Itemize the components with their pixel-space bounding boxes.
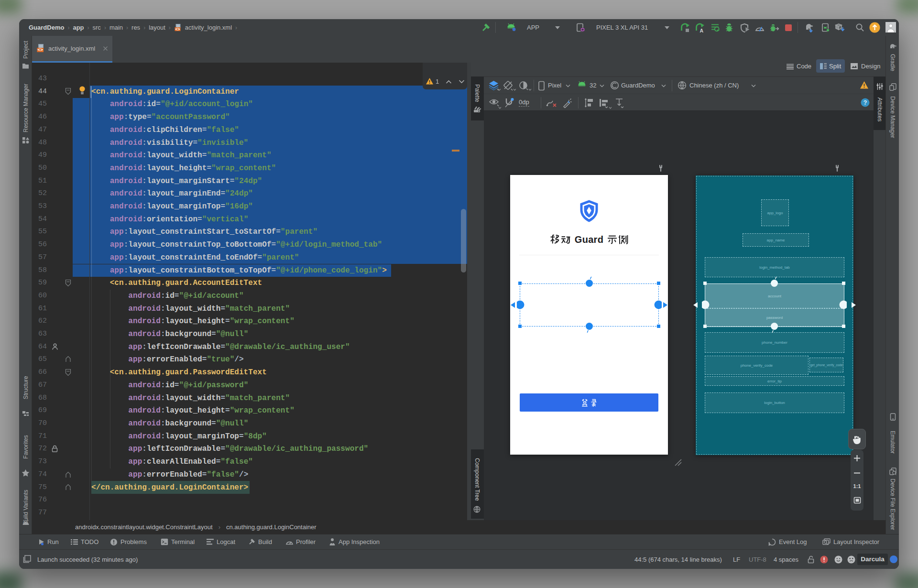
svg-text:A: A bbox=[700, 28, 704, 33]
svg-text:<>: <> bbox=[175, 27, 180, 32]
svg-text:<>: <> bbox=[37, 47, 43, 53]
svg-text:?: ? bbox=[863, 99, 867, 106]
